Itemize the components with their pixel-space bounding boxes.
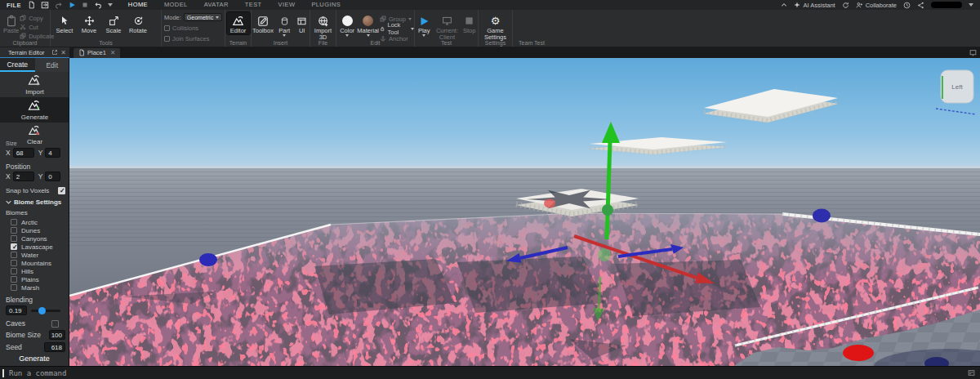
material-dropdown-caret[interactable] xyxy=(367,34,370,37)
checkbox-lavascape[interactable] xyxy=(11,243,17,250)
viewport-display-icon[interactable] xyxy=(969,49,980,56)
checkbox-hills[interactable] xyxy=(11,268,17,274)
rotate-tool-button[interactable]: Rotate xyxy=(127,12,149,34)
toolbox-button[interactable]: Toolbox xyxy=(252,12,274,37)
account-dropdown-caret[interactable] xyxy=(969,3,973,7)
biome-row-hills[interactable]: Hills xyxy=(11,267,67,275)
biome-row-marsh[interactable]: Marsh xyxy=(11,283,67,292)
play-quick-icon[interactable] xyxy=(69,1,76,9)
collaborate-button[interactable]: Collaborate xyxy=(856,2,897,9)
qat-dropdown-caret[interactable] xyxy=(108,3,113,7)
select-tool-button[interactable]: Select xyxy=(53,12,76,34)
ai-assistant-button[interactable]: AI Assistant xyxy=(794,2,835,9)
color-dropdown-caret[interactable] xyxy=(345,34,349,37)
share-icon[interactable] xyxy=(917,2,924,9)
command-bar-input[interactable]: Run a command xyxy=(9,369,66,377)
handle-red-bottom[interactable] xyxy=(843,345,874,361)
play-dropdown-caret[interactable] xyxy=(422,34,425,37)
biome-size-field[interactable]: 100 xyxy=(49,330,65,340)
tab-plugins[interactable]: PLUGINS xyxy=(304,0,348,10)
collisions-checkbox-row[interactable]: Collisions xyxy=(164,24,222,32)
game-settings-button[interactable]: ⚙ GameSettings xyxy=(481,12,510,42)
cut-button[interactable]: Cut xyxy=(20,23,54,31)
blending-slider[interactable] xyxy=(31,310,60,312)
size-y-field[interactable]: 4 xyxy=(45,148,60,158)
paste-button[interactable]: Paste xyxy=(3,12,19,40)
play-button[interactable]: Play xyxy=(416,12,432,42)
lock-tool-button[interactable]: Lock Tool xyxy=(380,25,414,33)
ui-window-icon xyxy=(296,14,307,28)
scale-tool-button[interactable]: Scale xyxy=(102,12,125,34)
tab-test[interactable]: TEST xyxy=(238,0,270,10)
close-tab-icon[interactable]: ✕ xyxy=(110,49,115,56)
import-tool-button[interactable]: Import xyxy=(0,72,69,97)
popout-icon[interactable] xyxy=(51,49,58,56)
handle-blue-right[interactable] xyxy=(813,209,831,223)
document-tab-place1[interactable]: Place1 ✕ xyxy=(74,48,120,58)
move-tool-button[interactable]: Move xyxy=(78,12,100,34)
size-x-field[interactable]: 68 xyxy=(13,148,34,158)
current-client-button[interactable]: Current:Client xyxy=(435,12,458,42)
position-y-field[interactable]: 0 xyxy=(45,172,60,181)
generate-button[interactable]: Generate xyxy=(5,353,64,364)
sky xyxy=(69,58,980,172)
tab-home[interactable]: HOME xyxy=(121,0,155,10)
ui-button[interactable]: UI xyxy=(295,12,309,37)
gizmo-sphere-red[interactable] xyxy=(544,199,555,208)
biome-row-water[interactable]: Water xyxy=(11,251,67,259)
undo-icon[interactable] xyxy=(94,2,102,9)
biome-settings-header[interactable]: Biome Settings xyxy=(6,198,65,206)
tab-model[interactable]: MODEL xyxy=(157,0,195,10)
checkbox-canyons[interactable] xyxy=(11,235,17,242)
biome-row-arctic[interactable]: Arctic xyxy=(11,218,67,226)
material-button[interactable]: Material xyxy=(357,12,379,42)
statusbar-terminal-icon[interactable] xyxy=(968,369,975,377)
color-button[interactable]: Color xyxy=(339,12,355,42)
checkbox-arctic[interactable] xyxy=(11,219,17,225)
checkbox-mountains[interactable] xyxy=(11,260,17,266)
open-file-icon[interactable] xyxy=(41,1,49,9)
biome-row-plains[interactable]: Plains xyxy=(11,275,67,283)
redo-icon[interactable] xyxy=(55,2,63,9)
new-file-icon[interactable] xyxy=(28,1,35,9)
blending-slider-thumb[interactable] xyxy=(38,307,46,314)
import-3d-button[interactable]: Import3D xyxy=(312,12,335,42)
position-x-field[interactable]: 2 xyxy=(13,172,34,181)
checkbox-water[interactable] xyxy=(11,252,17,258)
mode-dropdown[interactable]: Geometric xyxy=(184,13,222,21)
user-account-redacted[interactable] xyxy=(931,2,962,8)
viewport-3d[interactable]: Left xyxy=(69,58,980,366)
biome-row-dunes[interactable]: Dunes xyxy=(11,226,67,234)
sync-icon[interactable] xyxy=(842,2,849,9)
panel-tab-edit[interactable]: Edit xyxy=(35,58,70,72)
biome-row-canyons[interactable]: Canyons xyxy=(11,234,67,243)
checkbox-plains[interactable] xyxy=(11,276,17,283)
history-icon[interactable] xyxy=(903,2,911,9)
snap-to-voxels-checkbox[interactable] xyxy=(58,187,65,194)
handle-blue-left[interactable] xyxy=(199,253,217,266)
generate-tool-button[interactable]: Generate xyxy=(0,97,69,123)
checkbox-marsh[interactable] xyxy=(11,284,17,291)
tab-view[interactable]: VIEW xyxy=(271,0,303,10)
duplicate-button[interactable]: Duplicate xyxy=(20,32,54,40)
quick-access-toolbar xyxy=(28,1,113,9)
copy-button[interactable]: Copy xyxy=(20,14,54,22)
part-button[interactable]: Part xyxy=(276,12,292,37)
stop-quick-icon[interactable] xyxy=(82,2,88,8)
close-icon[interactable]: ✕ xyxy=(60,49,66,56)
gizmo-sphere-green[interactable] xyxy=(602,204,613,216)
panel-tab-create[interactable]: Create xyxy=(0,58,35,72)
checkbox-dunes[interactable] xyxy=(11,227,17,234)
blending-value-field[interactable]: 0.19 xyxy=(6,305,27,315)
caves-checkbox[interactable] xyxy=(51,320,59,328)
terrain-editor-button[interactable]: Editor xyxy=(227,12,250,34)
collapse-ribbon-icon[interactable] xyxy=(781,2,787,7)
biome-row-lavascape[interactable]: Lavascape xyxy=(11,243,67,251)
file-menu-button[interactable]: FILE xyxy=(0,2,28,9)
part-dropdown-caret[interactable] xyxy=(283,34,286,37)
biome-row-mountains[interactable]: Mountains xyxy=(11,259,67,267)
seed-field[interactable]: 618 xyxy=(44,342,65,352)
collisions-checkbox[interactable] xyxy=(164,25,170,31)
tab-avatar[interactable]: AVATAR xyxy=(197,0,236,10)
stop-button[interactable]: Stop xyxy=(461,12,477,42)
